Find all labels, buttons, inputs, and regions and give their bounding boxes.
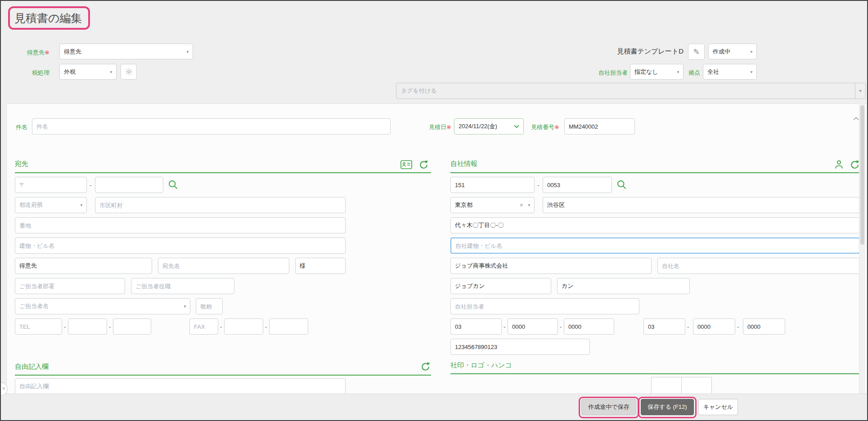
recipient-postal2-input[interactable]	[95, 177, 163, 193]
tax-label: 税処理	[14, 69, 49, 77]
search-icon	[168, 179, 178, 190]
recipient-reload-button[interactable]	[418, 159, 429, 170]
recipient-building-input[interactable]	[15, 237, 346, 254]
refresh-icon	[850, 160, 860, 170]
recipient-role-input[interactable]	[131, 278, 234, 294]
company-kana1-input[interactable]	[450, 278, 551, 294]
company-fax3-input[interactable]	[743, 318, 785, 335]
recipient-tel1-input[interactable]	[15, 318, 62, 335]
customer-label: 得意先※	[14, 49, 49, 57]
chevron-down-icon: ▼	[527, 203, 531, 207]
company-tel3-input[interactable]	[564, 318, 614, 335]
recipient-tel2-input[interactable]	[68, 318, 107, 335]
recipient-honorific-input[interactable]	[295, 258, 346, 274]
recipient-salutation-input[interactable]	[196, 298, 223, 314]
status-select-value: 作成中	[713, 48, 730, 56]
chevron-up-icon	[853, 116, 859, 121]
staff-select[interactable]: 指定なし ▼	[630, 64, 684, 80]
company-name2-input[interactable]	[657, 258, 860, 274]
tax-select-value: 外税	[64, 68, 76, 76]
fax-dash: -	[687, 323, 689, 330]
company-tel2-input[interactable]	[508, 318, 558, 335]
recipient-section-title: 宛先	[15, 160, 28, 168]
pencil-icon: ✎	[693, 47, 699, 57]
subject-label: 件名	[16, 123, 27, 131]
recipient-street-input[interactable]	[15, 217, 346, 233]
postal-dash: -	[90, 182, 91, 188]
company-building-input[interactable]	[450, 237, 860, 254]
status-select[interactable]: 作成中 ▼	[708, 44, 757, 59]
postal-dash: -	[537, 182, 539, 188]
company-prefecture-select[interactable]: 東京都 × ▼	[450, 197, 535, 213]
chevron-down-icon: ▼	[859, 89, 862, 93]
save-button[interactable]: 保存する (F12)	[641, 399, 694, 415]
free-note-reload-button[interactable]	[420, 361, 431, 372]
tax-settings-button[interactable]	[121, 64, 137, 80]
stamp-cell[interactable]	[681, 377, 712, 394]
chevron-down-icon: ▼	[750, 49, 753, 54]
recipient-postal-search-button[interactable]	[168, 179, 178, 190]
recipient-fax2-input[interactable]	[224, 318, 263, 335]
stamp-section-title: 社印・ロゴ・ハンコ	[450, 361, 512, 370]
recipient-company-input[interactable]	[15, 258, 152, 274]
tel-dash: -	[560, 323, 562, 330]
required-mark: ※	[446, 124, 451, 130]
customer-select[interactable]: 得意先 ▼	[59, 44, 193, 59]
company-postal1-input[interactable]	[450, 177, 535, 193]
company-street-input[interactable]	[450, 217, 860, 233]
recipient-city-input[interactable]	[95, 197, 346, 213]
quote-number-input[interactable]	[564, 118, 635, 134]
branch-select[interactable]: 全社 ▼	[703, 64, 757, 80]
company-postal2-input[interactable]	[543, 177, 612, 193]
recipient-person-select[interactable]: ご担当者名 ▼	[15, 298, 190, 314]
staff-label: 自社担当者	[598, 69, 628, 77]
branch-select-value: 全社	[707, 68, 719, 76]
scrollbar-thumb[interactable]	[860, 105, 864, 245]
template-edit-button[interactable]: ✎	[688, 44, 705, 60]
recipient-fax1-input[interactable]	[189, 318, 218, 335]
recipient-department-input[interactable]	[15, 278, 125, 294]
chevron-down-icon: ▼	[676, 70, 680, 74]
company-staff-button[interactable]	[833, 159, 844, 170]
recipient-prefecture-select[interactable]: 都道府県 ▼	[15, 197, 87, 213]
free-note-section-title: 自由記入欄	[15, 363, 49, 371]
company-fax2-input[interactable]	[693, 318, 735, 335]
company-postal-search-button[interactable]	[616, 179, 627, 190]
tel-dash: -	[64, 323, 66, 330]
address-book-button[interactable]	[400, 160, 412, 170]
recipient-tel3-input[interactable]	[113, 318, 151, 335]
company-section-divider	[450, 172, 860, 173]
stamp-cell[interactable]	[651, 377, 682, 394]
refresh-icon	[418, 160, 429, 170]
company-reload-button[interactable]	[849, 159, 860, 170]
chevron-down-icon: ▼	[750, 70, 753, 74]
footer-bar: 作成途中で保存 保存する (F12) キャンセル	[1, 394, 867, 420]
free-note-textarea[interactable]	[15, 378, 346, 394]
search-icon	[616, 179, 627, 190]
recipient-addressee-input[interactable]	[158, 258, 289, 274]
company-kana2-input[interactable]	[557, 278, 690, 294]
tag-input[interactable]: タグを付ける ▼	[396, 83, 866, 99]
gear-icon	[125, 68, 133, 76]
recipient-postal1-input[interactable]	[15, 177, 87, 193]
clear-icon[interactable]: ×	[520, 202, 523, 209]
save-draft-button[interactable]: 作成途中で保存	[581, 399, 636, 415]
person-icon	[834, 159, 844, 170]
recipient-fax3-input[interactable]	[269, 318, 308, 335]
company-tel1-input[interactable]	[450, 318, 502, 335]
company-fax1-input[interactable]	[643, 318, 685, 335]
subject-input[interactable]	[32, 118, 391, 134]
company-invoice-number-input[interactable]	[450, 339, 590, 355]
cancel-button[interactable]: キャンセル	[698, 399, 738, 415]
tax-select[interactable]: 外税 ▼	[59, 64, 117, 80]
company-name-input[interactable]	[450, 258, 652, 274]
contact-card-icon	[400, 160, 412, 169]
scrollbar-track[interactable]	[859, 103, 865, 394]
quote-date-select[interactable]: 2024/11/22(金)	[454, 118, 524, 134]
tag-placeholder: タグを付ける	[401, 87, 437, 95]
chevron-down-icon: ▼	[186, 49, 189, 54]
company-city-input[interactable]	[543, 197, 860, 213]
fax-dash: -	[265, 323, 267, 330]
close-icon: ×	[2, 385, 5, 392]
company-staff-input[interactable]	[450, 298, 639, 314]
